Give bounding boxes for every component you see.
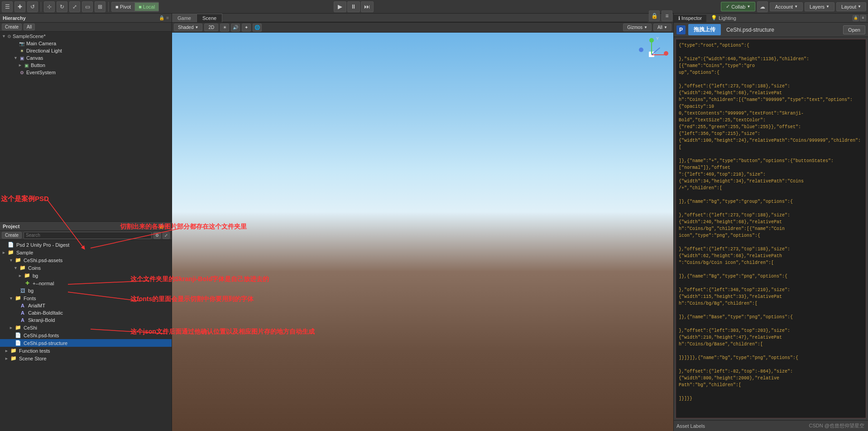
project-item-ceshi-fonts[interactable]: 📄 CeShi.psd-fonts [0, 331, 172, 339]
tab-lighting[interactable]: 💡 Lighting [706, 14, 741, 22]
account-dropdown-arrow: ▼ [794, 5, 798, 9]
inspector-title: CeShi.psd-structure [726, 27, 774, 33]
scene-toolbar: Shaded ▼ 2D ☀ 🔊 ✦ 🌐 Gizmos ▼ All ▼ [172, 23, 673, 33]
project-item-sample[interactable]: ► 📁 Sample [0, 249, 172, 256]
json-line-17 [679, 205, 863, 212]
project-create-button[interactable]: Create [2, 232, 22, 239]
inspector-lock-icon[interactable]: 🔒 [853, 15, 859, 21]
inspector-menu-icon[interactable]: ≡ [860, 15, 866, 21]
hierarchy-item-button[interactable]: ► ▣ Button [0, 62, 172, 69]
project-menu-icon[interactable]: ≡ [166, 224, 169, 229]
scene-item[interactable]: ▼ ⚙ SampleScene* [0, 33, 172, 40]
json-line-18: },"offset":{"left":273,"top":188},"size"… [679, 212, 863, 225]
layout-button[interactable]: Layout ▼ [836, 2, 866, 11]
shaded-button[interactable]: Shaded ▼ [174, 24, 202, 31]
all-button[interactable]: All ▼ [653, 24, 671, 31]
upload-button[interactable]: 拖拽上传 [688, 24, 721, 35]
rotate-icon[interactable]: ↻ [57, 1, 67, 12]
project-item-cabin[interactable]: A Cabin-BoldItalic [0, 309, 172, 316]
button-item-icon: ▣ [23, 63, 29, 68]
refresh-icon[interactable]: ↺ [27, 1, 38, 12]
project-item-fonts[interactable]: ▼ 📁 Fonts [0, 294, 172, 302]
project-item-ceshi-assets[interactable]: ▼ 📁 CeShi.psd-assets [0, 256, 172, 264]
hierarchy-create-button[interactable]: Create [2, 24, 22, 30]
scene-panel-lock-icon[interactable]: 🔒 [649, 10, 660, 21]
json-line-2 [679, 49, 863, 56]
tab-scene[interactable]: Scene [197, 14, 222, 22]
cabin-icon: A [19, 310, 26, 316]
hierarchy-menu-icon[interactable]: ≡ [166, 15, 169, 20]
project-item-bg-folder[interactable]: ► 📁 bg [0, 272, 172, 279]
light-item-name: Directional Light [26, 48, 62, 53]
collab-button[interactable]: ✓ Collab ▼ [721, 2, 755, 11]
audio-icon-btn[interactable]: 🔊 [231, 24, 240, 32]
canvas-item-name: Canvas [26, 55, 43, 61]
gizmo-x-arm [652, 54, 665, 55]
project-options-icon[interactable]: ⚙ [153, 232, 161, 239]
combo-icon[interactable]: ⊞ [95, 1, 106, 12]
project-item-plus-normal[interactable]: ✚ +--normal [0, 279, 172, 287]
pivot-button[interactable]: ■ Pivot [112, 3, 134, 11]
project-item-arialmt[interactable]: A ArialMT [0, 302, 172, 309]
add-icon[interactable]: ✚ [14, 1, 25, 12]
step-button[interactable]: ⏭ [361, 1, 374, 12]
move-icon[interactable]: ⊹ [44, 1, 55, 12]
hierarchy-lock-icon[interactable]: 🔒 [159, 15, 164, 20]
project-search-input[interactable] [24, 232, 152, 239]
sky-icon-btn[interactable]: 🌐 [253, 24, 262, 32]
func-tests-arrow: ► [5, 349, 8, 353]
project-lock-icon[interactable]: 🔒 [159, 224, 164, 229]
project-item-psd2unity[interactable]: 📄 Psd 2 Unity Pro - Digest [0, 241, 172, 249]
json-content[interactable]: {"type":"root","options":{ },"size":{"wi… [676, 39, 866, 418]
project-item-bg-image[interactable]: 🖼 bg [0, 287, 172, 294]
open-button[interactable]: Open [843, 25, 865, 34]
project-item-ceshi-structure[interactable]: 📄 CeShi.psd-structure [0, 339, 172, 347]
project-title: Project [3, 224, 19, 229]
local-button[interactable]: ■ Local [135, 3, 158, 11]
project-item-coins[interactable]: ▼ 📁 Coins [0, 264, 172, 272]
fonts-arrow: ▼ [9, 296, 13, 301]
layers-button[interactable]: Layers ▼ [805, 2, 834, 11]
json-line-3: },"size":{"width":640,"height":1136},"ch… [679, 56, 863, 69]
hierarchy-panel: Hierarchy 🔒 ≡ Create All ▼ ⚙ SampleScene… [0, 14, 172, 222]
play-button[interactable]: ▶ [334, 1, 346, 12]
account-button[interactable]: Account ▼ [770, 2, 803, 11]
shaded-label: Shaded [178, 25, 193, 30]
json-line-34: ]}]}]},{"name":"bg","type":"png","option… [679, 354, 863, 361]
scale-icon[interactable]: ⤢ [69, 1, 80, 12]
credits-text: CSDN @也曾想仰望星空 [809, 423, 864, 428]
project-item-ceshi-folder[interactable]: ► 📁 CeShi [0, 324, 172, 331]
menu-icon[interactable]: ☰ [2, 1, 13, 12]
hierarchy-item-canvas[interactable]: ▼ ▣ Canvas [0, 54, 172, 62]
project-expand-icon[interactable]: ⤢ [163, 232, 170, 239]
gizmo-z-tip [639, 48, 643, 52]
project-item-function-tests[interactable]: ► 📁 Function tests [0, 347, 172, 354]
tab-inspector[interactable]: ℹ Inspector [674, 14, 706, 22]
layers-dropdown-arrow: ▼ [826, 5, 830, 9]
json-line-28 [679, 307, 863, 314]
hierarchy-item-eventsystem[interactable]: ⚙ EventSystem [0, 69, 172, 76]
ceshi-assets-arrow: ▼ [9, 258, 13, 263]
project-item-scene-store[interactable]: ► 📁 Scene Store [0, 354, 172, 362]
hierarchy-all-button[interactable]: All [24, 24, 35, 30]
lights-icon-btn[interactable]: ☀ [220, 24, 229, 32]
gizmos-button[interactable]: Gizmos ▼ [623, 24, 652, 31]
json-line-32: h":"Coins/bg/Base","children":[ [679, 341, 863, 348]
hierarchy-item-directional-light[interactable]: ☀ Directional Light [0, 47, 172, 54]
inspector-tab-icon: ℹ [678, 15, 680, 21]
func-tests-name: Function tests [19, 348, 50, 354]
rect-icon[interactable]: ▭ [82, 1, 93, 12]
scene-panel-menu-icon[interactable]: ≡ [662, 10, 672, 21]
ceshi-fonts-name: CeShi.psd-fonts [24, 333, 59, 338]
top-toolbar: ☰ ✚ ↺ ⊹ ↻ ⤢ ▭ ⊞ ■ Pivot ■ Local ▶ ⏸ ⏭ ✓ … [0, 0, 868, 14]
json-line-23 [679, 266, 863, 273]
pause-button[interactable]: ⏸ [347, 1, 360, 12]
project-item-skranji[interactable]: A Skranji-Bold [0, 316, 172, 324]
cloud-icon[interactable]: ☁ [757, 1, 768, 12]
tab-game[interactable]: Game [172, 14, 197, 22]
2d-button[interactable]: 2D [204, 24, 218, 31]
hierarchy-item-main-camera[interactable]: 📷 Main Camera [0, 40, 172, 47]
fx-icon-btn[interactable]: ✦ [242, 24, 251, 32]
sample-icon: 📁 [7, 249, 14, 255]
func-tests-icon: 📁 [10, 348, 17, 354]
